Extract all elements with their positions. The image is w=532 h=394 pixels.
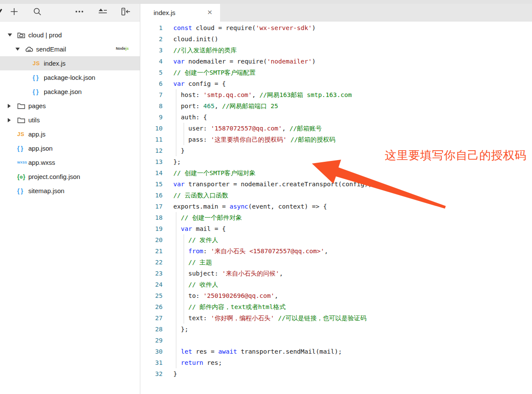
code-line-content: const cloud = require('wx-server-sdk'): [173, 22, 316, 33]
line-number: 12: [140, 145, 163, 156]
line-number: 6: [140, 78, 163, 89]
line-number: 27: [140, 312, 163, 324]
code-line-content: pass: '这里要填你自己的授权码' //邮箱的授权码: [173, 134, 335, 145]
code-line-content: // 云函数入口函数: [173, 190, 228, 201]
code-line-26[interactable]: 26 // 邮件内容，text或者html格式: [140, 301, 532, 312]
tree-item-package-lock-json[interactable]: { }package-lock.json: [0, 70, 140, 85]
line-number: 13: [140, 156, 163, 167]
code-line-1[interactable]: 1const cloud = require('wx-server-sdk'): [140, 22, 532, 33]
tree-item-utils[interactable]: utils: [0, 113, 140, 127]
search-icon: [33, 7, 42, 18]
folder-cloud-icon: [17, 32, 28, 39]
code-line-18[interactable]: 18 // 创建一个邮件对象: [140, 212, 532, 223]
line-number: 19: [140, 223, 163, 234]
tree-item-app-json[interactable]: { }app.json: [0, 141, 140, 155]
code-line-content: // 收件人: [173, 279, 218, 290]
code-line-5[interactable]: 5// 创建一个SMTP客户端配置: [140, 67, 532, 78]
code-line-24[interactable]: 24 // 收件人: [140, 279, 532, 290]
code-line-32[interactable]: 32}: [140, 368, 532, 379]
code-line-content: var mail = {: [173, 223, 226, 234]
hide-sidebar-button[interactable]: [117, 4, 134, 21]
line-number: 4: [140, 56, 163, 67]
code-line-30[interactable]: 30 let res = await transporter.sendMail(…: [140, 346, 532, 357]
json-icon: { }: [17, 188, 28, 194]
line-number: 10: [140, 123, 163, 134]
tree-item-project-config-json[interactable]: {⚙}project.config.json: [0, 170, 140, 184]
tree-item-app-wxss[interactable]: WXSSapp.wxss: [0, 155, 140, 170]
chevron-right-icon[interactable]: [8, 118, 17, 122]
tab-label: index.js: [154, 9, 175, 16]
tree-item-label: cloud | prod: [28, 31, 62, 39]
code-line-content: exports.main = async(event, context) => …: [173, 201, 327, 212]
json-icon: { }: [17, 145, 28, 152]
code-line-4[interactable]: 4var nodemailer = require('nodemailer'): [140, 56, 532, 67]
cloud-function-icon: [25, 46, 36, 53]
chevron-down-icon[interactable]: [15, 48, 25, 51]
hide-sidebar-icon: [121, 7, 130, 18]
tree-item-pages[interactable]: pages: [0, 99, 140, 113]
close-tab-icon[interactable]: ✕: [206, 8, 214, 17]
collapse-all-button[interactable]: [94, 4, 111, 21]
tree-item-sitemap-json[interactable]: { }sitemap.json: [0, 184, 140, 198]
code-line-12[interactable]: 12 }: [140, 145, 532, 156]
editor-pane: index.js ✕ 1const cloud = require('wx-se…: [140, 0, 532, 394]
js-icon: JS: [33, 60, 44, 67]
code-line-31[interactable]: 31 return res;: [140, 357, 532, 368]
code-line-19[interactable]: 19 var mail = {: [140, 223, 532, 234]
code-line-27[interactable]: 27 text: '你好啊，编程小石头' //可以是链接，也可以是验证码: [140, 312, 532, 324]
add-file-button[interactable]: [6, 4, 23, 21]
code-line-13[interactable]: 13};: [140, 156, 532, 167]
code-line-content: //引入发送邮件的类库: [173, 45, 237, 56]
code-line-3[interactable]: 3//引入发送邮件的类库: [140, 45, 532, 56]
line-number: 31: [140, 357, 163, 368]
code-line-2[interactable]: 2cloud.init(): [140, 33, 532, 45]
code-line-14[interactable]: 14// 创建一个SMTP客户端对象: [140, 167, 532, 179]
code-line-9[interactable]: 9 auth: {: [140, 112, 532, 123]
code-line-23[interactable]: 23 subject: '来自小石头的问候',: [140, 268, 532, 279]
more-options-button[interactable]: [71, 4, 88, 21]
code-line-content: let res = await transporter.sendMail(mai…: [173, 346, 342, 357]
code-line-20[interactable]: 20 // 发件人: [140, 234, 532, 245]
line-number: 17: [140, 201, 163, 212]
tree-item-label: sendEmail: [36, 45, 66, 53]
search-button[interactable]: [29, 4, 46, 21]
code-line-content: var transporter = nodemailer.createTrans…: [173, 179, 372, 190]
code-line-10[interactable]: 10 user: '1587072557@qq.com', //邮箱账号: [140, 123, 532, 134]
line-number: 26: [140, 301, 163, 312]
code-line-content: // 创建一个SMTP客户端对象: [173, 167, 256, 179]
tree-item-label: app.js: [28, 130, 45, 138]
tree-item-package-json[interactable]: { }package.json: [0, 85, 140, 99]
tree-item-app-js[interactable]: JSapp.js: [0, 127, 140, 141]
line-number: 16: [140, 190, 163, 201]
code-line-content: from: '来自小石头 <1587072557@qq.com>',: [173, 245, 328, 257]
line-number: 2: [140, 33, 163, 45]
chevron-down-icon[interactable]: [8, 33, 17, 36]
code-line-content: auth: {: [173, 112, 207, 123]
line-number: 9: [140, 112, 163, 123]
code-line-content: to: '2501902696@qq.com',: [173, 290, 278, 301]
tree-item-cloud-prod[interactable]: cloud | prod: [0, 28, 140, 42]
code-area[interactable]: 1const cloud = require('wx-server-sdk')2…: [140, 21, 532, 394]
code-line-8[interactable]: 8 port: 465, //网易邮箱端口 25: [140, 100, 532, 112]
tree-item-index-js[interactable]: JSindex.js: [0, 56, 140, 70]
tree-item-sendemail[interactable]: sendEmailNodejs: [0, 42, 140, 56]
code-line-content: cloud.init(): [173, 33, 218, 45]
code-line-25[interactable]: 25 to: '2501902696@qq.com',: [140, 290, 532, 301]
line-number: 7: [140, 89, 163, 100]
code-line-7[interactable]: 7 host: 'smtp.qq.com', //网易163邮箱 smtp.16…: [140, 89, 532, 100]
code-line-21[interactable]: 21 from: '来自小石头 <1587072557@qq.com>',: [140, 245, 532, 257]
chevron-right-icon[interactable]: [8, 104, 17, 108]
code-line-17[interactable]: 17exports.main = async(event, context) =…: [140, 201, 532, 212]
code-line-15[interactable]: 15var transporter = nodemailer.createTra…: [140, 179, 532, 190]
code-line-11[interactable]: 11 pass: '这里要填你自己的授权码' //邮箱的授权码: [140, 134, 532, 145]
line-number: 8: [140, 100, 163, 112]
code-line-29[interactable]: 29: [140, 335, 532, 346]
code-line-28[interactable]: 28 };: [140, 324, 532, 335]
code-line-22[interactable]: 22 // 主题: [140, 257, 532, 268]
nodejs-badge: Nodejs: [116, 46, 129, 51]
tab-index-js[interactable]: index.js ✕: [140, 4, 220, 21]
code-line-6[interactable]: 6var config = {: [140, 78, 532, 89]
json-config-icon: {⚙}: [17, 173, 28, 180]
code-lines: 1const cloud = require('wx-server-sdk')2…: [140, 22, 532, 379]
code-line-16[interactable]: 16// 云函数入口函数: [140, 190, 532, 201]
